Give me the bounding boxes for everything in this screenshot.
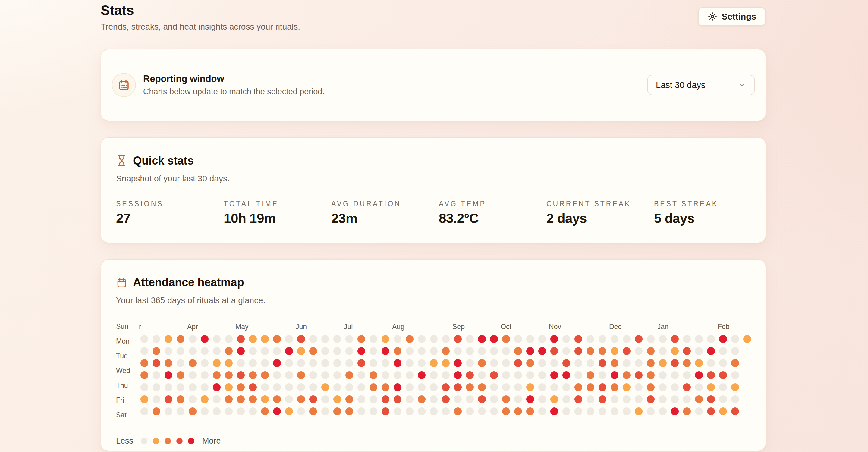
heatmap-cell — [476, 345, 488, 357]
heatmap-cell — [440, 405, 452, 417]
heatmap-cell — [343, 369, 355, 381]
heatmap-cell — [271, 345, 283, 357]
heatmap-cell — [572, 369, 584, 381]
heatmap-cell — [223, 393, 235, 405]
heatmap-cell — [669, 381, 681, 393]
heatmap-dot — [189, 408, 196, 415]
heatmap-cell — [367, 381, 379, 393]
heatmap-dot — [478, 335, 486, 343]
heatmap-dot — [635, 408, 643, 415]
heatmap-cell — [331, 393, 343, 405]
heatmap-dot — [587, 347, 594, 355]
quick-stats-grid: SESSIONS27TOTAL TIME10h 19mAVG DURATION2… — [116, 200, 750, 226]
month-label: Feb — [718, 323, 730, 330]
heatmap-cell — [392, 333, 404, 345]
heatmap-cell — [235, 333, 247, 345]
heatmap-cell — [705, 333, 717, 345]
heatmap-cell — [138, 405, 150, 417]
heatmap-dot — [164, 359, 173, 367]
heatmap-cell — [572, 357, 584, 369]
heatmap-cell — [705, 405, 717, 417]
heatmap-cell — [584, 369, 596, 381]
heatmap-dot — [695, 383, 703, 391]
heatmap-cell — [657, 369, 669, 381]
heatmap-cell — [621, 381, 632, 393]
heatmap-dot — [370, 335, 377, 343]
heatmap-day-label: Tue — [116, 349, 137, 363]
heatmap-cell — [283, 345, 295, 357]
heatmap-cell — [392, 381, 404, 393]
heatmap-dot — [454, 347, 462, 355]
heatmap-dot — [719, 347, 727, 355]
heatmap-cell — [632, 345, 645, 357]
heatmap-dot — [273, 383, 281, 391]
heatmap-cell — [331, 357, 343, 369]
heatmap-cell — [138, 333, 150, 345]
heatmap-dot — [659, 347, 667, 355]
heatmap-cell — [500, 369, 512, 381]
heatmap-dot — [743, 335, 751, 343]
heatmap-cell — [632, 381, 645, 393]
heatmap-dot — [225, 371, 233, 379]
heatmap-dot — [249, 395, 257, 403]
heatmap-dot — [406, 383, 413, 391]
heatmap-dot — [297, 408, 305, 415]
heatmap-dot — [321, 347, 329, 355]
heatmap-dot — [237, 383, 245, 391]
attendance-heatmap-subtitle: Your last 365 days of rituals at a glanc… — [116, 296, 750, 305]
heatmap-dot — [502, 408, 510, 415]
heatmap-cell — [211, 345, 223, 357]
heatmap-cell — [488, 357, 500, 369]
heatmap-dot — [514, 347, 522, 355]
legend-dot — [164, 438, 171, 444]
heatmap-cell — [596, 393, 609, 405]
settings-button[interactable]: Settings — [698, 7, 766, 26]
heatmap-dot — [394, 408, 401, 415]
heatmap-cell — [548, 381, 560, 393]
heatmap-dot — [225, 359, 233, 367]
heatmap-dot — [526, 347, 534, 355]
heatmap-cell — [295, 393, 307, 405]
heatmap-cell — [717, 393, 729, 405]
period-select-value: Last 30 days — [656, 80, 705, 90]
heatmap-dot — [466, 359, 474, 367]
heatmap-dot — [623, 395, 630, 403]
heatmap-dot — [502, 371, 510, 379]
heatmap-dot — [381, 371, 390, 379]
heatmap-cell — [488, 381, 500, 393]
heatmap-cell — [295, 369, 307, 381]
heatmap-cell — [645, 333, 657, 345]
stat-item: BEST STREAK5 days — [654, 200, 762, 226]
heatmap-dot — [707, 395, 715, 403]
heatmap-dot — [333, 395, 341, 403]
heatmap-cell — [693, 333, 705, 345]
heatmap-cell — [596, 369, 609, 381]
heatmap-cell — [367, 333, 379, 345]
heatmap-dot — [695, 371, 703, 379]
heatmap-dot — [538, 408, 546, 415]
heatmap-cell — [464, 393, 476, 405]
period-select[interactable]: Last 30 days — [647, 75, 755, 95]
heatmap-cell — [440, 333, 452, 345]
heatmap-dot — [731, 335, 739, 343]
heatmap-cell — [560, 333, 572, 345]
heatmap-cell — [681, 393, 693, 405]
heatmap-cell — [645, 393, 657, 405]
heatmap-cell — [681, 357, 693, 369]
heatmap-dot — [370, 347, 377, 355]
heatmap-dot — [611, 335, 618, 343]
heatmap-dot — [177, 383, 184, 391]
heatmap-cell — [488, 345, 500, 357]
heatmap-dot — [635, 371, 643, 379]
heatmap-dot — [490, 335, 498, 343]
heatmap-dot — [418, 383, 426, 391]
heatmap-cell — [187, 369, 198, 381]
heatmap-dot — [358, 383, 365, 391]
heatmap-cell — [392, 393, 404, 405]
heatmap-dot — [430, 408, 438, 415]
page-title-block: Stats Trends, streaks, and heat insights… — [101, 2, 300, 32]
heatmap-dot — [671, 359, 679, 367]
heatmap-cell — [584, 333, 596, 345]
heatmap-dot — [526, 371, 534, 379]
heatmap-cell — [162, 357, 175, 369]
